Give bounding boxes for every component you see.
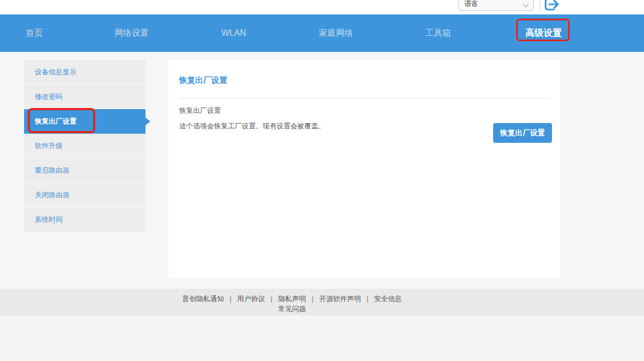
title-divider <box>179 98 549 98</box>
description-line-1: 恢复出厂设置 <box>179 103 549 118</box>
main-panel: 恢复出厂设置 恢复出厂设置 这个选项会恢复工厂设置。现有设置会被覆盖。 恢复出厂… <box>168 60 560 278</box>
footer-separator: | <box>366 295 368 303</box>
nav-item-home[interactable]: 首页 <box>26 14 43 52</box>
footer: 普创隐私通知 | 用户协议 | 隐私声明 | 开源软件声明 | 安全信息 常见问… <box>0 289 644 316</box>
content-area: 设备信息显示 修改密码 恢复出厂设置 软件升级 重启路由器 关闭路由器 系统时间… <box>0 52 644 289</box>
sidebar-item-software-upgrade[interactable]: 软件升级 <box>24 134 145 158</box>
nav-item-advanced[interactable]: 高级设置 <box>525 14 562 52</box>
footer-separator: | <box>229 295 231 303</box>
topbar: 语言 <box>0 0 644 14</box>
footer-link-security-info[interactable]: 安全信息 <box>374 295 402 303</box>
footer-separator: | <box>271 295 272 303</box>
footer-link-open-source[interactable]: 开源软件声明 <box>319 295 361 303</box>
factory-reset-button[interactable]: 恢复出厂设置 <box>493 123 552 143</box>
footer-links-row-1: 普创隐私通知 | 用户协议 | 隐私声明 | 开源软件声明 | 安全信息 <box>24 294 560 304</box>
page-title: 恢复出厂设置 <box>179 75 549 86</box>
nav-item-homenet[interactable]: 家庭网络 <box>319 14 353 52</box>
footer-separator: | <box>312 295 313 303</box>
footer-links-row-2: 常见问题 <box>24 304 560 314</box>
footer-link-privacy-notice[interactable]: 普创隐私通知 <box>182 295 224 303</box>
sidebar-item-system-time[interactable]: 系统时间 <box>24 208 145 232</box>
sidebar-item-restart-router[interactable]: 重启路由器 <box>24 158 145 183</box>
footer-link-faq[interactable]: 常见问题 <box>278 305 306 313</box>
bottom-background <box>0 316 644 361</box>
language-select[interactable]: 语言 <box>458 0 534 11</box>
language-select-value: 语言 <box>464 0 478 9</box>
nav-item-wlan[interactable]: WLAN <box>221 14 246 52</box>
sidebar-item-factory-reset[interactable]: 恢复出厂设置 <box>24 109 145 134</box>
main-navbar: 首页 网络设置 WLAN 家庭网络 工具箱 高级设置 <box>0 14 644 52</box>
sidebar-item-device-info[interactable]: 设备信息显示 <box>24 60 145 85</box>
sidebar-item-shutdown-router[interactable]: 关闭路由器 <box>24 183 145 208</box>
chevron-down-icon <box>523 1 528 7</box>
sidebar: 设备信息显示 修改密码 恢复出厂设置 软件升级 重启路由器 关闭路由器 系统时间 <box>24 60 145 232</box>
sidebar-item-change-password[interactable]: 修改密码 <box>24 85 145 109</box>
logout-icon[interactable] <box>543 0 561 14</box>
topbar-divider <box>540 0 540 10</box>
nav-item-network[interactable]: 网络设置 <box>114 14 149 52</box>
footer-link-user-agreement[interactable]: 用户协议 <box>237 295 265 303</box>
footer-link-privacy-statement[interactable]: 隐私声明 <box>278 295 306 303</box>
nav-item-toolbox[interactable]: 工具箱 <box>425 14 451 52</box>
